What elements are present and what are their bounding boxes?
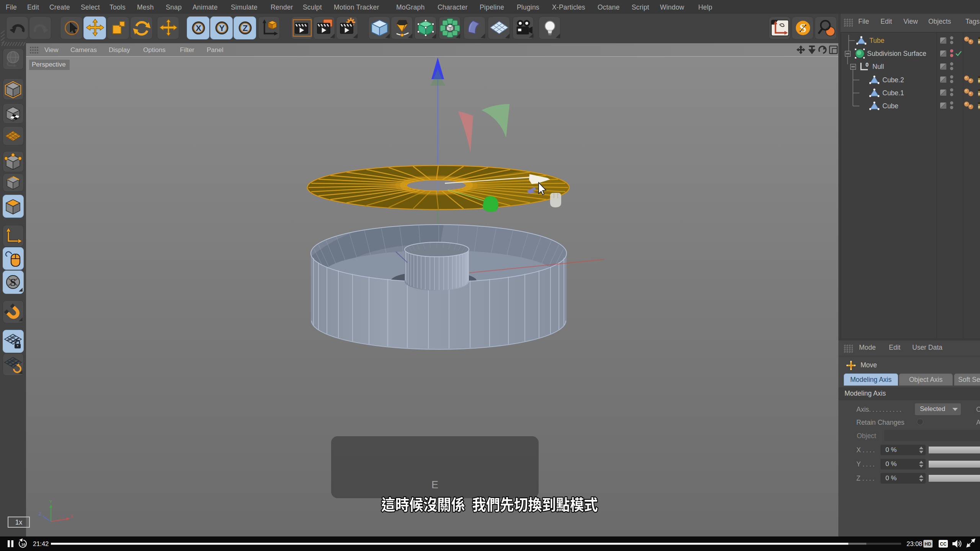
- svg-text:X: X: [196, 23, 201, 33]
- svg-text:21:42: 21:42: [33, 540, 49, 547]
- svg-text:X: X: [70, 514, 74, 518]
- svg-text:Z: Z: [243, 23, 248, 33]
- svg-text:10: 10: [21, 542, 26, 546]
- svg-text:0: 0: [866, 62, 869, 68]
- svg-text:S: S: [10, 276, 16, 288]
- svg-text:Y: Y: [219, 23, 225, 33]
- svg-text:HD: HD: [924, 541, 931, 547]
- svg-text:23:08: 23:08: [906, 540, 922, 547]
- svg-text:CC: CC: [940, 541, 947, 547]
